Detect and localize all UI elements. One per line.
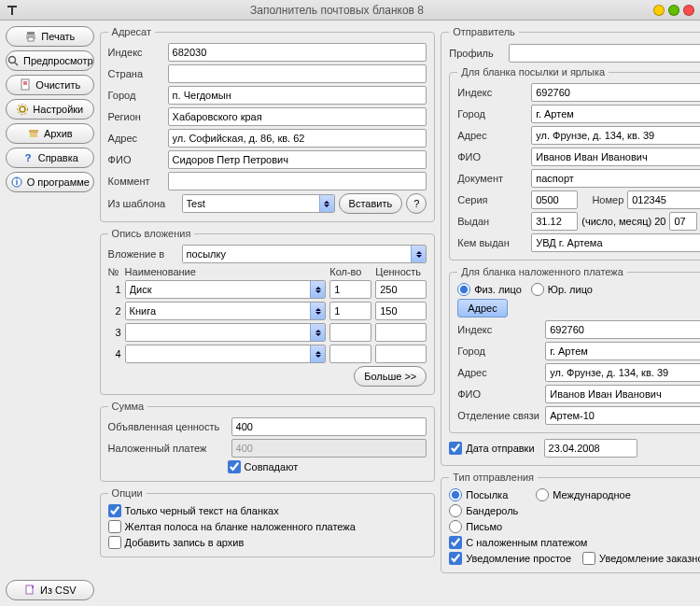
sender-city-input[interactable] [531,105,700,123]
hdr-num: № [108,266,121,277]
addressee-city-input[interactable] [168,86,427,105]
import-csv-button[interactable]: Из CSV [6,580,94,600]
wrapper-radio[interactable] [449,504,462,517]
template-help-button[interactable]: ? [406,193,427,214]
company-radio[interactable] [531,283,544,296]
sender-issued-day-input[interactable] [531,212,578,231]
sender-address-input[interactable] [531,126,700,145]
close-button[interactable] [683,5,694,16]
add-archive-checkbox[interactable] [108,536,121,549]
preview-button[interactable]: Предпросмотр [6,50,94,71]
inventory-group: Опись вложения Вложение в №НаименованиеК… [100,228,436,395]
settings-button[interactable]: Настройки [6,99,94,120]
address-tab[interactable]: Адрес [457,299,508,317]
item-name-combo[interactable] [125,323,327,342]
inventory-legend: Опись вложения [108,228,195,239]
help-button[interactable]: ?Справка [6,148,94,168]
dropdown-icon[interactable] [411,246,426,262]
sum-legend: Сумма [108,401,148,412]
with-cod-checkbox[interactable] [449,536,462,549]
item-name-combo[interactable] [125,345,327,363]
app-icon [6,4,19,17]
addressee-group: Адресат Индекс Страна Город Регион Адрес… [100,26,436,222]
label-yellow: Желтая полоса на бланке наложенного плат… [125,521,356,532]
svg-line-6 [15,63,18,65]
titlebar: Заполнитель почтовых бланков 8 [0,0,700,21]
hdr-qty: Кол-во [329,266,371,277]
item-name-combo[interactable] [125,280,327,299]
sender-cod-group: Для бланка наложенного платежа Физ. лицо… [449,266,700,433]
insert-button[interactable]: Вставить [339,193,403,214]
notify-reg-checkbox[interactable] [582,552,595,565]
send-date-spinner[interactable] [544,439,637,458]
into-combo[interactable] [182,245,427,263]
person-radio[interactable] [457,283,470,296]
sender-number-input[interactable] [627,190,700,209]
profile-combo[interactable] [509,44,700,63]
archive-button[interactable]: Архив [6,123,94,144]
svg-rect-18 [32,585,34,588]
addressee-comment-input[interactable] [168,172,427,190]
addressee-address-input[interactable] [168,129,427,148]
item-val-input[interactable] [375,280,427,299]
sender-issued-by-input[interactable] [531,233,700,252]
cod-branch-input[interactable] [545,406,700,425]
parcel-radio[interactable] [449,488,462,501]
dropdown-icon[interactable] [319,195,334,212]
item-name-combo[interactable] [125,302,327,320]
item-val-input[interactable] [375,323,427,342]
notify-simple-checkbox[interactable] [449,552,462,565]
cod-index-input[interactable] [545,320,700,339]
print-button[interactable]: Печать [6,26,94,47]
send-date-checkbox[interactable] [449,442,462,455]
declared-value-input[interactable] [231,417,427,436]
item-qty-input[interactable] [329,302,371,320]
addressee-country-input[interactable] [168,64,427,83]
addressee-index-input[interactable] [168,43,427,62]
sender-legend: Отправитель [449,26,519,37]
addressee-region-input[interactable] [168,107,427,126]
item-qty-input[interactable] [329,345,371,363]
cod-address-input[interactable] [545,363,700,382]
dropdown-icon[interactable] [310,324,325,341]
minimize-button[interactable] [653,5,665,16]
cod-city-input[interactable] [545,342,700,360]
item-qty-input[interactable] [329,323,371,342]
yellow-stripe-checkbox[interactable] [108,520,121,533]
more-button[interactable]: Больше >> [354,366,427,387]
sidebar: Печать Предпросмотр Очистить Настройки А… [6,26,94,600]
options-legend: Опции [108,487,147,499]
item-val-input[interactable] [375,345,427,363]
svg-rect-17 [26,585,33,594]
label-cod: Наложенный платеж [108,443,228,454]
clear-button[interactable]: Очистить [6,75,94,95]
company-radio-label[interactable]: Юр. лицо [531,283,593,296]
sender-doc-input[interactable] [531,169,700,188]
letter-radio[interactable] [449,520,462,533]
item-qty-input[interactable] [329,280,371,299]
person-radio-label[interactable]: Физ. лицо [457,283,522,296]
dropdown-icon[interactable] [310,281,325,298]
sum-group: Сумма Объявленная ценность Наложенный пл… [100,401,436,482]
cod-fio-input[interactable] [545,385,700,403]
sender-issued-year-input[interactable] [669,212,697,231]
black-text-checkbox[interactable] [108,504,121,517]
maximize-button[interactable] [668,5,679,16]
dropdown-icon[interactable] [310,303,325,319]
svg-point-5 [9,57,16,63]
hdr-val: Ценность [375,266,427,277]
about-button[interactable]: iО программе [6,172,94,192]
item-val-input[interactable] [375,302,427,320]
sender-index-input[interactable] [531,83,700,102]
svg-point-11 [18,105,28,115]
ship-type-group: Тип отправления Посылка Международное Ба… [441,472,700,573]
sender-fio-input[interactable] [531,148,700,166]
template-combo[interactable] [182,194,335,213]
sender-series-input[interactable] [531,190,578,209]
label-match: Совпадают [245,461,299,472]
dropdown-icon[interactable] [310,345,325,362]
match-checkbox[interactable] [228,460,241,473]
intl-radio[interactable] [536,488,549,501]
addressee-fio-input[interactable] [168,150,427,169]
sender-group: Отправитель Профиль Для бланка посылки и… [441,26,700,466]
